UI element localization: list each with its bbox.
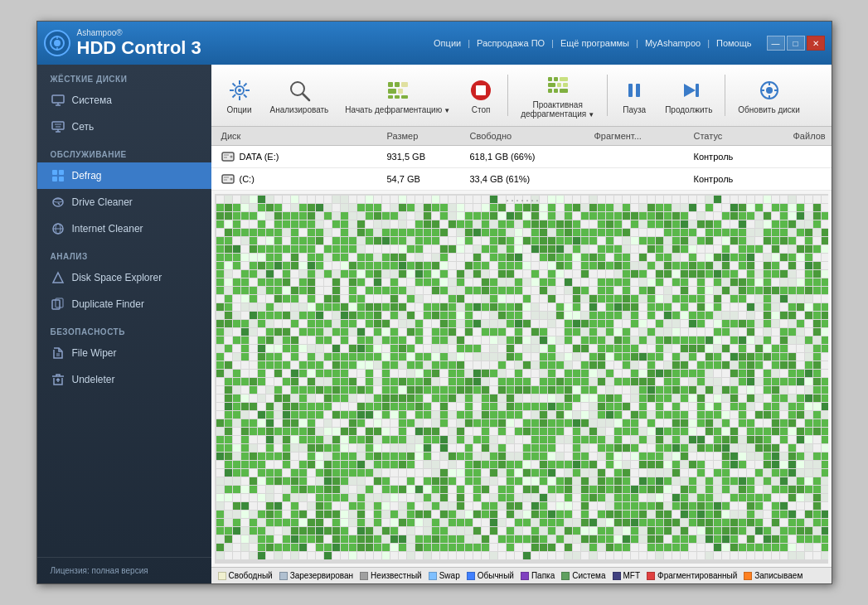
pause-button[interactable]: Пауза (613, 73, 656, 119)
disk-table-header: Диск Размер Свободно Фрагмент... Статус … (211, 127, 832, 146)
svg-rect-61 (696, 84, 699, 97)
svg-point-17 (53, 199, 63, 202)
svg-rect-57 (560, 89, 568, 93)
disk-name-cell: (C:) (218, 170, 384, 188)
titlebar-menu: Опции | Распродажа ПО | Ещё программы | … (427, 38, 758, 48)
maximize-button[interactable]: □ (787, 36, 805, 51)
sidebar-item-internet-cleaner[interactable]: Internet Cleaner (37, 215, 211, 242)
update-disks-icon (756, 77, 783, 104)
internet-cleaner-icon (51, 221, 65, 236)
sidebar-section-analysis: АНАЛИЗ (37, 242, 211, 264)
sidebar-section-security: БЕЗОПАСНОСТЬ (37, 317, 211, 340)
table-row[interactable]: DATA (E:) 931,5 GB 618,1 GB (66%) Контро… (211, 146, 832, 168)
sidebar-item-file-wiper[interactable]: File Wiper (37, 340, 211, 366)
proactive-icon (545, 72, 571, 99)
menu-sale[interactable]: Распродажа ПО (470, 38, 551, 48)
svg-rect-50 (554, 77, 558, 81)
svg-point-65 (230, 156, 232, 158)
svg-rect-41 (401, 82, 408, 87)
legend-unknown: Неизвестный (360, 571, 422, 580)
toolbar-sep-2 (607, 75, 608, 116)
legend: Свободный Зарезервирован Неизвестный Swa… (211, 567, 832, 583)
svg-rect-40 (395, 82, 400, 87)
analyze-icon (286, 77, 313, 104)
frag-map (215, 194, 828, 564)
svg-rect-53 (557, 83, 561, 87)
close-button[interactable]: ✕ (807, 36, 825, 51)
svg-rect-15 (59, 177, 64, 182)
menu-options[interactable]: Опции (427, 38, 468, 48)
svg-rect-51 (560, 77, 568, 81)
options-icon (226, 77, 253, 104)
svg-rect-59 (636, 84, 640, 97)
legend-color-fragmented (647, 572, 655, 580)
svg-rect-46 (401, 95, 408, 99)
content-area: Опции Анализировать (211, 65, 832, 583)
resume-icon (676, 77, 702, 104)
sidebar-item-system[interactable]: Система (37, 87, 211, 114)
sidebar-item-defrag[interactable]: Defrag (37, 162, 211, 189)
svg-rect-39 (388, 82, 393, 87)
update-disks-button[interactable]: Обновить диски (730, 73, 807, 119)
svg-rect-54 (563, 83, 568, 87)
svg-rect-44 (388, 95, 393, 99)
stop-button[interactable]: Стоп (459, 73, 502, 119)
options-button[interactable]: Опции (218, 73, 261, 119)
svg-rect-52 (548, 83, 555, 87)
legend-normal: Обычный (467, 571, 514, 580)
defrag-icon (51, 168, 65, 183)
legend-reserved: Зарезервирован (279, 571, 353, 580)
legend-color-free (218, 572, 226, 580)
legend-color-system (561, 572, 570, 580)
svg-line-18 (58, 203, 60, 205)
resume-button[interactable]: Продолжить (657, 73, 720, 119)
menu-myashampoo[interactable]: MyAshampoo (638, 38, 707, 48)
legend-writing: Записываем (744, 571, 803, 580)
svg-rect-12 (52, 170, 57, 175)
svg-rect-55 (548, 89, 552, 93)
legend-color-reserved (279, 572, 288, 580)
svg-rect-13 (59, 170, 64, 175)
toolbar: Опции Анализировать (211, 65, 832, 127)
license-text: Лицензия: полная версия (37, 557, 211, 583)
analyze-button[interactable]: Анализировать (263, 73, 337, 119)
svg-rect-45 (395, 95, 400, 99)
sidebar-item-drive-cleaner[interactable]: Drive Cleaner (37, 189, 211, 215)
legend-color-folder (521, 572, 529, 580)
svg-rect-14 (52, 177, 57, 182)
sidebar-item-duplicate[interactable]: Duplicate Finder (37, 291, 211, 317)
minimize-button[interactable]: — (767, 36, 785, 51)
menu-more[interactable]: Ещё программы (554, 38, 636, 48)
legend-mft: MFT (613, 571, 641, 580)
sidebar-item-disk-space[interactable]: Disk Space Explorer (37, 264, 211, 291)
menu-help[interactable]: Помощь (710, 38, 759, 48)
legend-free: Свободный (218, 571, 273, 580)
svg-rect-49 (548, 77, 552, 81)
sidebar-item-undeleter[interactable]: Undeleter (37, 366, 211, 393)
toolbar-sep-1 (507, 75, 508, 116)
monitor-icon (51, 93, 65, 108)
stop-icon (468, 77, 494, 104)
sidebar: ЖЁСТКИЕ ДИСКИ Система (37, 65, 211, 583)
titlebar: Ashampoo® HDD Control 3 Опции | Распрода… (37, 22, 832, 65)
app-logo (44, 30, 70, 56)
sidebar-section-disks: ЖЁСТКИЕ ДИСКИ (37, 65, 211, 87)
legend-fragmented: Фрагментированный (647, 571, 737, 580)
legend-swap: Swap (429, 571, 460, 580)
svg-line-36 (244, 83, 247, 86)
disk-name-cell: DATA (E:) (218, 148, 384, 166)
svg-rect-4 (52, 95, 64, 103)
pause-icon (621, 77, 647, 104)
sidebar-item-network[interactable]: Сеть (37, 114, 211, 140)
defrag-button[interactable]: Начать дефрагментацию▼ (337, 73, 458, 119)
proactive-button[interactable]: Проактивная дефрагментация▼ (513, 68, 602, 123)
svg-rect-43 (398, 89, 403, 94)
table-row[interactable]: (C:) 54,7 GB 33,4 GB (61%) Контроль (211, 168, 832, 191)
window-controls: — □ ✕ (767, 36, 825, 51)
app-title: Ashampoo® HDD Control 3 (77, 28, 201, 59)
frag-map-container (211, 191, 832, 567)
legend-color-unknown (360, 572, 368, 580)
undeleter-icon (51, 372, 65, 387)
svg-line-34 (244, 94, 247, 98)
drive-cleaner-icon (51, 195, 65, 210)
